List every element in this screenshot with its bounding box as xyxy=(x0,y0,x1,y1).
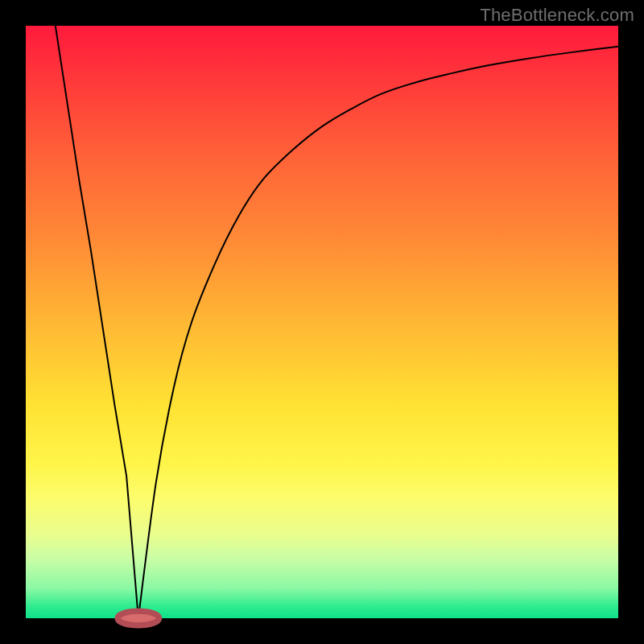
curve-layer xyxy=(26,26,618,618)
optimum-marker xyxy=(118,611,159,625)
plot-area xyxy=(26,26,618,618)
left-branch-curve xyxy=(56,26,138,618)
watermark-text: TheBottleneck.com xyxy=(480,5,634,26)
right-branch-curve xyxy=(138,47,618,618)
chart-frame: TheBottleneck.com xyxy=(0,0,644,644)
